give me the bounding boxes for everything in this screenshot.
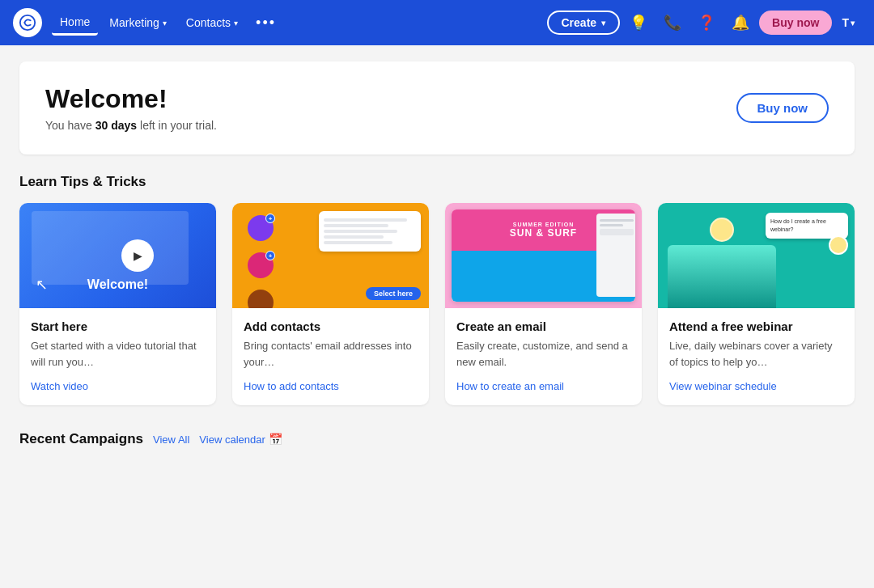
- card-desc-add-contacts: Bring contacts' email addresses into you…: [244, 338, 418, 370]
- thumb-welcome-label: Welcome!: [87, 277, 148, 292]
- chevron-down-icon: ▾: [851, 19, 855, 27]
- nav-marketing[interactable]: Marketing ▾: [101, 11, 174, 34]
- how-to-create-email-link[interactable]: How to create an email: [456, 380, 564, 392]
- card-thumb-webinar: How do I create a free webinar?: [658, 203, 855, 308]
- nav-contacts[interactable]: Contacts ▾: [178, 11, 246, 34]
- webinar-bubble: How do I create a free webinar?: [766, 213, 848, 239]
- card-desc-create-email: Easily create, customize, and send a new…: [456, 338, 630, 370]
- view-all-link[interactable]: View All: [153, 434, 189, 446]
- cursor-icon: ↖: [36, 276, 48, 294]
- logo[interactable]: [13, 8, 42, 37]
- notifications-icon[interactable]: 🔔: [725, 9, 756, 36]
- view-calendar-link[interactable]: View calendar 📅: [199, 433, 282, 446]
- chevron-down-icon: ▾: [601, 19, 605, 27]
- welcome-buy-button[interactable]: Buy now: [736, 93, 829, 123]
- chevron-down-icon: ▾: [163, 19, 167, 27]
- card-desc-webinar: Live, daily webinars cover a variety of …: [669, 338, 843, 370]
- card-desc-start-here: Get started with a video tutorial that w…: [31, 338, 205, 370]
- tips-icon[interactable]: 💡: [623, 9, 654, 36]
- recent-campaigns-title: Recent Campaigns: [19, 431, 143, 447]
- user-avatar-menu[interactable]: T ▾: [835, 13, 861, 32]
- play-icon: [121, 239, 154, 272]
- card-create-email: SUMMER EDITION SUN & SURF Create an emai…: [445, 203, 642, 405]
- card-thumb-add-contacts: + + Select here: [232, 203, 429, 308]
- card-title-webinar: Attend a free webinar: [669, 319, 843, 333]
- tips-cards-grid: Welcome! ↖ Start here Get started with a…: [19, 203, 855, 405]
- card-add-contacts: + + Select here: [232, 203, 429, 405]
- help-icon[interactable]: ❓: [691, 9, 722, 36]
- card-title-start-here: Start here: [31, 319, 205, 333]
- learn-section-title: Learn Tips & Tricks: [19, 174, 855, 190]
- welcome-subtitle: You have 30 days left in your trial.: [45, 119, 217, 132]
- card-thumb-create-email: SUMMER EDITION SUN & SURF: [445, 203, 642, 308]
- view-webinar-schedule-link[interactable]: View webinar schedule: [669, 380, 777, 392]
- watch-video-link[interactable]: Watch video: [31, 380, 88, 392]
- card-webinar: How do I create a free webinar? Attend a…: [658, 203, 855, 405]
- card-start-here: Welcome! ↖ Start here Get started with a…: [19, 203, 216, 405]
- phone-icon[interactable]: 📞: [657, 9, 688, 36]
- nav-more-button[interactable]: •••: [249, 10, 282, 36]
- chevron-down-icon: ▾: [234, 19, 238, 27]
- create-button[interactable]: Create ▾: [547, 11, 621, 35]
- recent-campaigns-header: Recent Campaigns View All View calendar …: [19, 431, 855, 447]
- card-title-add-contacts: Add contacts: [244, 319, 418, 333]
- nav-home[interactable]: Home: [52, 11, 98, 36]
- calendar-icon: 📅: [269, 433, 282, 446]
- nav-buy-button[interactable]: Buy now: [759, 11, 832, 35]
- sun-surf-edition: SUMMER EDITION: [513, 222, 574, 227]
- sun-surf-title: SUN & SURF: [510, 227, 577, 239]
- card-thumb-start-here: Welcome! ↖: [19, 203, 216, 308]
- card-title-create-email: Create an email: [456, 319, 630, 333]
- welcome-title: Welcome!: [45, 84, 217, 114]
- svg-point-0: [20, 15, 35, 30]
- how-to-add-contacts-link[interactable]: How to add contacts: [244, 380, 339, 392]
- welcome-banner: Welcome! You have 30 days left in your t…: [19, 61, 855, 154]
- screen-decoration: [32, 211, 189, 285]
